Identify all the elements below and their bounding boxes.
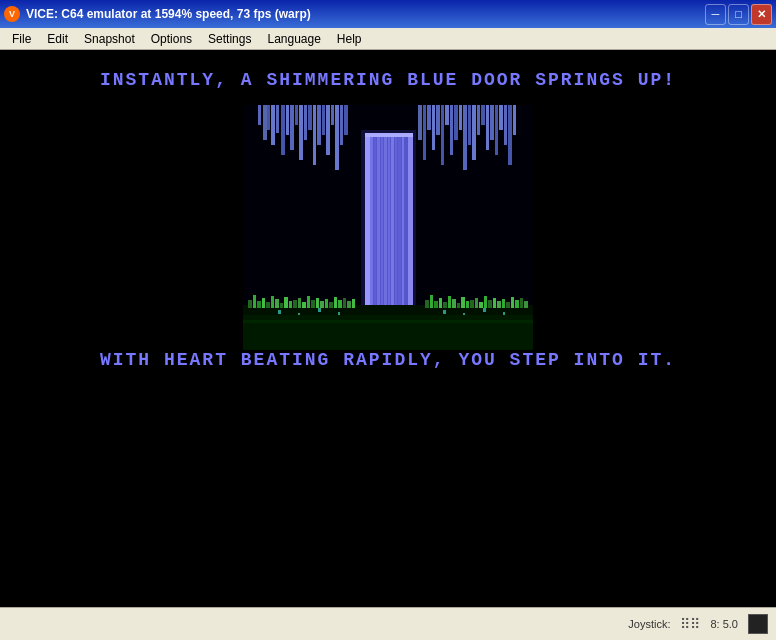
- svg-rect-62: [257, 301, 261, 308]
- svg-rect-85: [430, 295, 433, 308]
- svg-rect-8: [290, 105, 294, 150]
- svg-rect-28: [450, 105, 453, 155]
- svg-rect-100: [497, 301, 501, 308]
- svg-rect-32: [468, 105, 471, 145]
- titlebar-title: VICE: C64 emulator at 1594% speed, 73 fp…: [26, 7, 311, 21]
- svg-rect-7: [286, 105, 289, 135]
- svg-rect-52: [395, 137, 397, 315]
- svg-rect-15: [322, 105, 325, 135]
- svg-rect-5: [276, 105, 279, 133]
- statusbar: Joystick: ⠿⠿ 8: 5.0: [0, 607, 776, 640]
- svg-rect-114: [503, 312, 505, 315]
- svg-rect-24: [432, 105, 435, 150]
- svg-rect-34: [477, 105, 480, 135]
- svg-rect-70: [293, 300, 297, 308]
- svg-rect-101: [502, 299, 505, 308]
- svg-rect-17: [331, 105, 334, 125]
- svg-rect-93: [466, 301, 469, 308]
- svg-rect-12: [308, 105, 312, 130]
- svg-rect-111: [443, 310, 446, 314]
- svg-rect-55: [405, 137, 408, 315]
- svg-rect-61: [253, 295, 256, 308]
- svg-rect-2: [267, 105, 270, 130]
- svg-rect-18: [335, 105, 339, 170]
- menu-file[interactable]: File: [4, 30, 39, 48]
- svg-rect-47: [377, 137, 380, 315]
- svg-rect-92: [461, 297, 465, 308]
- speed-info: 8: 5.0: [710, 618, 738, 630]
- menubar: File Edit Snapshot Options Settings Lang…: [0, 28, 776, 50]
- svg-rect-33: [472, 105, 476, 160]
- svg-rect-68: [284, 297, 288, 308]
- svg-rect-6: [281, 105, 285, 155]
- svg-rect-51: [391, 137, 394, 315]
- svg-rect-88: [443, 302, 447, 308]
- svg-rect-35: [481, 105, 485, 125]
- minimize-button[interactable]: ─: [705, 4, 726, 25]
- svg-rect-90: [452, 299, 456, 308]
- svg-rect-98: [488, 300, 492, 308]
- svg-rect-86: [434, 301, 438, 308]
- svg-rect-56: [365, 133, 370, 319]
- svg-rect-94: [470, 300, 474, 308]
- svg-rect-80: [338, 300, 342, 308]
- emulator-screen: Instantly, a shimmering blue door spring…: [0, 50, 776, 607]
- svg-rect-49: [384, 137, 387, 315]
- titlebar-controls: ─ □ ✕: [705, 4, 772, 25]
- titlebar-left: V VICE: C64 emulator at 1594% speed, 73 …: [4, 6, 311, 22]
- menu-help[interactable]: Help: [329, 30, 370, 48]
- svg-rect-54: [402, 137, 404, 315]
- svg-rect-11: [304, 105, 307, 140]
- svg-rect-41: [508, 105, 512, 165]
- svg-rect-50: [388, 137, 390, 315]
- menu-settings[interactable]: Settings: [200, 30, 259, 48]
- svg-rect-53: [398, 137, 401, 315]
- menu-snapshot[interactable]: Snapshot: [76, 30, 143, 48]
- svg-rect-19: [340, 105, 343, 145]
- svg-rect-110: [338, 312, 340, 315]
- svg-rect-37: [490, 105, 494, 140]
- svg-rect-91: [457, 303, 460, 308]
- svg-rect-72: [302, 302, 306, 308]
- svg-rect-83: [352, 299, 355, 308]
- menu-language[interactable]: Language: [259, 30, 328, 48]
- svg-rect-75: [316, 298, 319, 308]
- svg-rect-14: [317, 105, 321, 145]
- maximize-button[interactable]: □: [728, 4, 749, 25]
- svg-rect-31: [463, 105, 467, 170]
- svg-rect-109: [318, 308, 321, 312]
- svg-rect-36: [486, 105, 489, 150]
- svg-rect-38: [495, 105, 498, 155]
- svg-rect-25: [436, 105, 440, 135]
- scene-graphic: [243, 105, 533, 350]
- svg-rect-66: [275, 299, 279, 308]
- svg-rect-77: [325, 299, 328, 308]
- svg-rect-26: [441, 105, 444, 165]
- menu-options[interactable]: Options: [143, 30, 200, 48]
- svg-rect-29: [454, 105, 458, 140]
- svg-rect-1: [263, 105, 267, 140]
- svg-rect-65: [271, 296, 274, 308]
- svg-rect-87: [439, 298, 442, 308]
- svg-rect-73: [307, 296, 310, 308]
- svg-rect-74: [311, 300, 315, 308]
- top-text: Instantly, a shimmering blue door spring…: [100, 70, 676, 90]
- svg-rect-107: [278, 310, 281, 314]
- svg-rect-60: [248, 300, 252, 308]
- svg-rect-39: [499, 105, 503, 130]
- svg-rect-46: [374, 137, 376, 315]
- menu-edit[interactable]: Edit: [39, 30, 76, 48]
- close-button[interactable]: ✕: [751, 4, 772, 25]
- svg-rect-89: [448, 296, 451, 308]
- svg-rect-16: [326, 105, 330, 155]
- svg-rect-40: [504, 105, 507, 145]
- svg-rect-78: [329, 302, 333, 308]
- svg-rect-67: [280, 303, 283, 308]
- svg-rect-71: [298, 298, 301, 308]
- svg-rect-57: [408, 133, 413, 319]
- svg-rect-99: [493, 298, 496, 308]
- svg-rect-22: [423, 105, 426, 160]
- svg-rect-116: [243, 320, 533, 323]
- svg-rect-64: [266, 302, 270, 308]
- svg-rect-48: [381, 137, 383, 315]
